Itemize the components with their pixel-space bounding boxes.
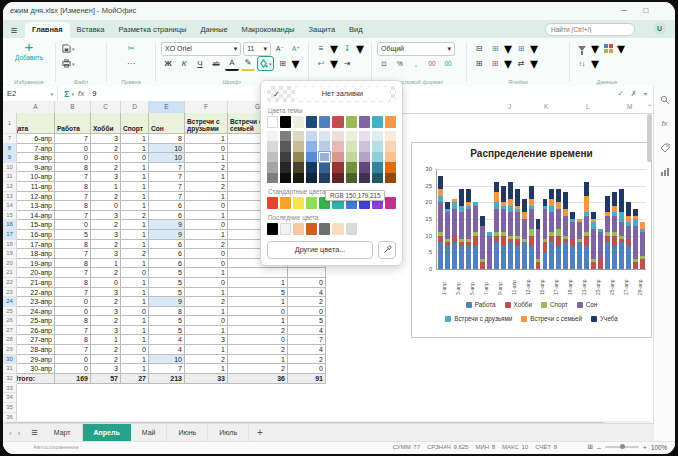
cell[interactable]: 7 [55, 345, 91, 355]
row-header-30[interactable]: 30 [3, 355, 17, 365]
legend-item[interactable]: Учеба [591, 315, 618, 322]
borders-button[interactable]: ⊞ [276, 57, 290, 70]
cell[interactable]: 1 [185, 153, 228, 163]
merge-cells-button[interactable]: ⊟ [472, 42, 486, 55]
cell[interactable]: 18-апр [17, 249, 55, 259]
cell[interactable]: 4 [288, 288, 326, 298]
cut-button[interactable]: ✂ [124, 42, 138, 55]
row-header-14[interactable]: 14 [3, 201, 17, 211]
currency-format-button[interactable]: ⊡ [377, 57, 391, 70]
cell[interactable]: 1 [121, 297, 149, 307]
prev-sheet-icon[interactable]: ‹ [9, 429, 12, 438]
cell[interactable]: 1 [121, 335, 149, 345]
underline-button[interactable]: Ч [193, 57, 207, 70]
row-header-33[interactable]: 33 [3, 384, 17, 394]
row-header-16[interactable]: 16 [3, 220, 17, 230]
cell[interactable]: 9-апр [17, 163, 55, 173]
stacked-bar[interactable] [633, 209, 638, 269]
theme-color-swatch[interactable] [280, 116, 291, 128]
tint-color-swatch[interactable] [372, 162, 383, 172]
tint-color-swatch[interactable] [372, 173, 383, 183]
fill-color-caret-icon[interactable]: ▾ [269, 61, 272, 67]
theme-color-swatch[interactable] [372, 116, 383, 128]
calc-mode-icon[interactable]: ⊞ [587, 443, 592, 451]
row-header-8[interactable]: 8 [3, 144, 17, 154]
cell[interactable]: 9 [149, 220, 185, 230]
menu-tab-вставка[interactable]: Вставка [70, 22, 112, 38]
column-header-D[interactable]: D [121, 101, 149, 113]
cell[interactable]: 5 [149, 316, 185, 326]
recent-color-swatch[interactable] [267, 223, 278, 235]
cell[interactable]: 4 [288, 326, 326, 336]
font-name-select[interactable]: XO Oriel▾ [161, 42, 241, 56]
cell[interactable]: 1 [121, 316, 149, 326]
menu-tab-защита[interactable]: Защита [301, 22, 342, 38]
cell[interactable]: 8 [55, 259, 91, 269]
tag-icon[interactable] [659, 142, 670, 153]
row-header-11[interactable]: 11 [3, 172, 17, 182]
cell[interactable]: 2 [91, 163, 121, 173]
save-button[interactable]: ▾ [61, 42, 76, 55]
align-button[interactable]: ≡ [314, 42, 328, 55]
stacked-bar[interactable] [563, 192, 568, 269]
cell[interactable]: 2 [185, 240, 228, 250]
recent-color-swatch[interactable] [346, 223, 357, 235]
stacked-bar[interactable] [612, 192, 617, 269]
cell[interactable]: 6 [149, 249, 185, 259]
cell[interactable]: 1 [185, 172, 228, 182]
totals-cell[interactable]: 91 [288, 374, 326, 384]
tint-color-swatch[interactable] [346, 152, 357, 162]
column-header-B[interactable]: B [55, 101, 91, 113]
cell[interactable]: 1 [121, 220, 149, 230]
cell[interactable]: 7 [55, 134, 91, 144]
cell[interactable]: 2 [185, 182, 228, 192]
column-header-J[interactable]: J [508, 101, 511, 113]
cell[interactable]: 5 [149, 288, 185, 298]
cell[interactable]: 0 [185, 249, 228, 259]
standard-color-swatch[interactable] [293, 197, 304, 209]
tint-color-swatch[interactable] [306, 141, 317, 151]
cell[interactable]: 0 [288, 307, 326, 317]
theme-color-swatch[interactable] [332, 116, 343, 128]
cell[interactable]: 2 [185, 163, 228, 173]
stacked-bar[interactable] [556, 189, 561, 269]
row-header-9[interactable]: 9 [3, 153, 17, 163]
chart-panel-icon[interactable] [659, 166, 670, 177]
row-header-21[interactable]: 21 [3, 268, 17, 278]
decrease-font-button[interactable]: A⁻ [273, 42, 287, 55]
theme-color-swatch[interactable] [346, 116, 357, 128]
stacked-bar[interactable] [577, 219, 582, 269]
column-header-L[interactable]: L [586, 101, 590, 113]
cell[interactable]: 0 [91, 278, 121, 288]
tint-color-swatch[interactable] [280, 162, 291, 172]
autofit-caret-icon[interactable]: ▾ [530, 54, 538, 73]
cell[interactable]: 1 [228, 355, 288, 365]
tint-color-swatch[interactable] [280, 152, 291, 162]
cell[interactable]: 29-апр [17, 355, 55, 365]
tint-color-swatch[interactable] [293, 162, 304, 172]
expand-formula-icon[interactable]: ▾ [644, 90, 647, 97]
cell[interactable]: 1 [121, 182, 149, 192]
filter-button[interactable] [575, 42, 589, 55]
wrap-caret-icon[interactable]: ▾ [330, 54, 338, 73]
cell[interactable]: 3 [91, 364, 121, 374]
cell[interactable]: 3 [91, 172, 121, 182]
number-format-select[interactable]: Общий▾ [377, 42, 455, 56]
row-header-27[interactable]: 27 [3, 326, 17, 336]
tint-color-swatch[interactable] [293, 152, 304, 162]
save-caret-icon[interactable]: ▾ [72, 46, 75, 52]
cell[interactable]: 3 [91, 307, 121, 317]
header-cell[interactable]: Дата [17, 113, 55, 134]
row-header-31[interactable]: 31 [3, 364, 17, 374]
tint-color-swatch[interactable] [385, 141, 396, 151]
vertical-align-button[interactable]: ↧ [340, 42, 354, 55]
cell[interactable]: 3 [91, 134, 121, 144]
cell[interactable]: 1 [185, 326, 228, 336]
cell[interactable]: 1 [121, 201, 149, 211]
row-header-13[interactable]: 13 [3, 192, 17, 202]
stacked-bar[interactable] [494, 182, 499, 269]
row-header-19[interactable]: 19 [3, 249, 17, 259]
fill-color-button[interactable]: ▾ [257, 56, 274, 71]
cell[interactable]: 8-апр [17, 153, 55, 163]
cell[interactable]: 8 [55, 163, 91, 173]
